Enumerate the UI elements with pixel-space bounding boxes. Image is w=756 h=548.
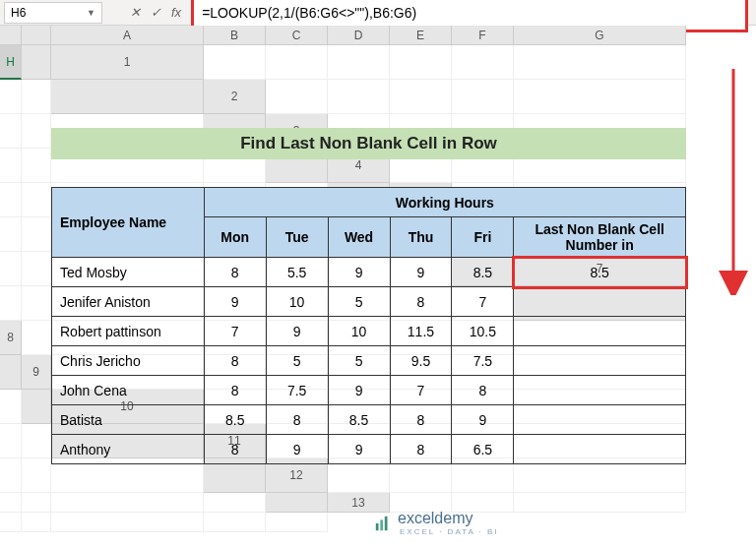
cell[interactable]: [22, 149, 51, 183]
cell[interactable]: [266, 80, 328, 114]
last-non-blank-cell[interactable]: 8.5: [514, 258, 686, 287]
hours-cell[interactable]: 8: [204, 346, 266, 376]
hours-cell[interactable]: 8: [390, 435, 452, 464]
cell[interactable]: [22, 424, 51, 458]
row-head-1[interactable]: 1: [51, 45, 204, 80]
last-non-blank-cell[interactable]: [514, 287, 686, 317]
row-gutter-9[interactable]: [0, 355, 22, 390]
cell[interactable]: [22, 114, 51, 149]
cell[interactable]: [0, 149, 22, 183]
cell[interactable]: [452, 80, 514, 114]
cell[interactable]: [0, 183, 22, 217]
hours-cell[interactable]: 8: [204, 435, 266, 464]
row-head-9[interactable]: 9: [22, 355, 51, 390]
last-non-blank-cell[interactable]: [514, 317, 686, 346]
cell[interactable]: [0, 458, 22, 493]
cell[interactable]: [22, 80, 51, 114]
cell[interactable]: [22, 493, 51, 513]
hours-cell[interactable]: 11.5: [390, 317, 452, 346]
employee-name[interactable]: Jenifer Aniston: [52, 287, 205, 317]
last-non-blank-cell[interactable]: [514, 405, 686, 435]
last-non-blank-cell[interactable]: [514, 346, 686, 376]
cell[interactable]: [51, 513, 204, 532]
row-head-8[interactable]: 8: [0, 321, 22, 355]
row-gutter-1[interactable]: [22, 45, 51, 80]
hours-cell[interactable]: 6.5: [452, 435, 514, 464]
hours-cell[interactable]: 8.5: [328, 405, 390, 435]
cell[interactable]: [22, 321, 51, 355]
fx-icon[interactable]: fx: [171, 5, 181, 20]
cell[interactable]: [22, 252, 51, 286]
cell[interactable]: [0, 493, 22, 513]
cell[interactable]: [0, 80, 22, 114]
employee-name[interactable]: Anthony: [52, 435, 205, 464]
hours-cell[interactable]: 5: [328, 346, 390, 376]
hours-cell[interactable]: 9: [328, 435, 390, 464]
cell[interactable]: [0, 513, 22, 532]
hours-cell[interactable]: 5.5: [266, 258, 328, 287]
col-head-B[interactable]: B: [204, 26, 266, 45]
hours-cell[interactable]: 8: [266, 405, 328, 435]
hours-cell[interactable]: 8.5: [204, 405, 266, 435]
hours-cell[interactable]: 10: [328, 317, 390, 346]
hours-cell[interactable]: 8: [390, 287, 452, 317]
cell[interactable]: [51, 493, 204, 513]
cell[interactable]: [22, 458, 51, 493]
hours-cell[interactable]: 7: [390, 376, 452, 405]
cancel-icon[interactable]: ✕: [130, 5, 141, 20]
hours-cell[interactable]: 10.5: [452, 317, 514, 346]
cell[interactable]: [514, 45, 686, 80]
hours-cell[interactable]: 9: [266, 435, 328, 464]
hours-cell[interactable]: 9.5: [390, 346, 452, 376]
cell[interactable]: [0, 217, 22, 252]
hours-cell[interactable]: 5: [328, 287, 390, 317]
name-box[interactable]: H6 ▼: [4, 2, 102, 24]
hours-cell[interactable]: 7: [204, 317, 266, 346]
cell[interactable]: [0, 252, 22, 286]
cell[interactable]: [204, 493, 266, 513]
cell[interactable]: [22, 513, 51, 532]
cell[interactable]: [22, 217, 51, 252]
employee-name[interactable]: John Cena: [52, 376, 205, 405]
hours-cell[interactable]: 10: [266, 287, 328, 317]
cell[interactable]: [22, 286, 51, 321]
employee-name[interactable]: Batista: [52, 405, 205, 435]
row-head-2[interactable]: 2: [204, 80, 266, 114]
hours-cell[interactable]: 8.5: [452, 258, 514, 287]
col-head-C[interactable]: C: [266, 26, 328, 45]
row-gutter-10[interactable]: [22, 390, 51, 424]
hours-cell[interactable]: 7: [452, 287, 514, 317]
cell[interactable]: [328, 45, 390, 80]
cell[interactable]: [0, 286, 22, 321]
employee-name[interactable]: Chris Jericho: [52, 346, 205, 376]
employee-name[interactable]: Robert pattinson: [52, 317, 205, 346]
hours-cell[interactable]: 5: [266, 346, 328, 376]
last-non-blank-cell[interactable]: [514, 435, 686, 464]
cell[interactable]: [0, 114, 22, 149]
col-head-A[interactable]: A: [51, 26, 204, 45]
hours-cell[interactable]: 9: [266, 317, 328, 346]
col-head-F[interactable]: F: [452, 26, 514, 45]
col-head-D[interactable]: D: [328, 26, 390, 45]
col-head-E[interactable]: E: [390, 26, 452, 45]
cell[interactable]: [514, 80, 686, 114]
last-non-blank-cell[interactable]: [514, 376, 686, 405]
hours-cell[interactable]: 8: [204, 376, 266, 405]
cell[interactable]: [22, 183, 51, 217]
row-gutter-2[interactable]: [51, 80, 204, 114]
col-head-G[interactable]: G: [514, 26, 686, 45]
hours-cell[interactable]: 8: [204, 258, 266, 287]
cell[interactable]: [452, 45, 514, 80]
cell[interactable]: [0, 390, 22, 424]
employee-name[interactable]: Ted Mosby: [52, 258, 205, 287]
hours-cell[interactable]: 7.5: [266, 376, 328, 405]
hours-cell[interactable]: 9: [328, 376, 390, 405]
hours-cell[interactable]: 9: [452, 405, 514, 435]
hours-cell[interactable]: 9: [204, 287, 266, 317]
cell[interactable]: [328, 80, 390, 114]
hours-cell[interactable]: 8: [390, 405, 452, 435]
hours-cell[interactable]: 9: [328, 258, 390, 287]
col-head-H[interactable]: H: [0, 45, 22, 80]
cell[interactable]: [390, 45, 452, 80]
select-all-corner[interactable]: [0, 26, 22, 45]
